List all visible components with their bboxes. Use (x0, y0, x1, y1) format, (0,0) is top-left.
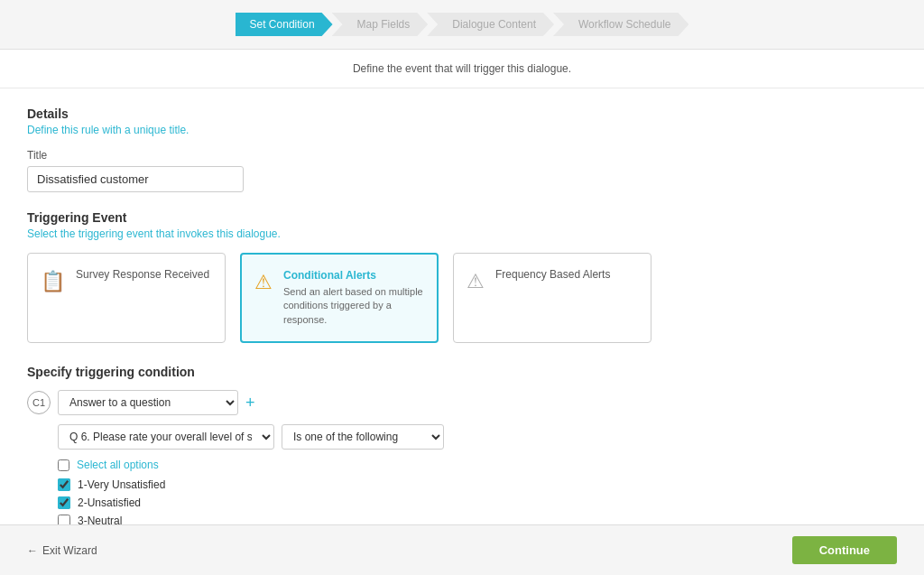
option-3-neutral[interactable]: 3-Neutral (58, 515, 897, 524)
details-section: Details Define this rule with a unique t… (27, 107, 897, 210)
option-2-unsatisfied[interactable]: 2-Unsatisfied (58, 496, 897, 509)
conditional-alerts-desc: Send an alert based on multiple conditio… (283, 285, 424, 327)
conditional-alerts-title: Conditional Alerts (283, 269, 424, 282)
wizard-step-set-condition[interactable]: Set Condition (236, 13, 333, 36)
wizard-step-map-fields[interactable]: Map Fields (333, 13, 429, 36)
card-frequency-label: Frequency Based Alerts (495, 268, 610, 281)
specify-condition-title: Specify triggering condition (27, 365, 897, 379)
condition-type-select[interactable]: Answer to a question (58, 390, 238, 415)
triggering-event-section: Triggering Event Select the triggering e… (27, 210, 897, 343)
triggering-event-title: Triggering Event (27, 210, 897, 225)
card-survey-label: Survey Response Received (76, 268, 209, 281)
details-section-title: Details (27, 107, 897, 121)
operator-select[interactable]: Is one of the following (282, 424, 444, 450)
select-all-checkbox[interactable] (58, 459, 69, 471)
exit-wizard-button[interactable]: ← Exit Wizard (27, 544, 97, 557)
event-cards-row: 📋 Survey Response Received ⚠ Conditional… (27, 253, 897, 343)
title-field-label: Title (27, 149, 897, 162)
sub-condition-row: Q 6. Please rate your overall level of s… (58, 424, 897, 450)
continue-button[interactable]: Continue (792, 536, 897, 564)
option-1-very-unsatisfied[interactable]: 1-Very Unsatisfied (58, 478, 897, 491)
details-section-subtitle: Define this rule with a unique title. (27, 124, 897, 136)
wizard-step-workflow-schedule[interactable]: Workflow Schedule (554, 13, 689, 36)
options-list: 1-Very Unsatisfied 2-Unsatisfied 3-Neutr… (58, 478, 897, 524)
condition-badge: C1 (27, 391, 51, 414)
select-all-label[interactable]: Select all options (77, 459, 159, 471)
title-input[interactable] (27, 166, 244, 192)
wizard-navigation: Set Condition Map Fields Dialogue Conten… (0, 0, 924, 50)
frequency-icon: ⚠ (467, 270, 485, 293)
subheader-text: Define the event that will trigger this … (0, 50, 924, 88)
option-2-checkbox[interactable] (58, 496, 70, 509)
option-1-checkbox[interactable] (58, 478, 70, 491)
survey-icon: 📋 (41, 270, 65, 293)
footer: ← Exit Wizard Continue (0, 524, 924, 575)
card-conditional-alerts[interactable]: ⚠ Conditional Alerts Send an alert based… (240, 253, 439, 343)
main-content: Details Define this rule with a unique t… (0, 88, 924, 524)
card-survey-response[interactable]: 📋 Survey Response Received (27, 253, 226, 343)
conditional-alerts-text: Conditional Alerts Send an alert based o… (283, 269, 424, 327)
add-condition-button[interactable]: + (245, 394, 255, 411)
specify-condition-section: Specify triggering condition C1 Answer t… (27, 365, 897, 524)
option-3-checkbox[interactable] (58, 515, 70, 524)
condition-main-row: C1 Answer to a question + (27, 390, 897, 415)
triggering-event-subtitle: Select the triggering event that invokes… (27, 227, 897, 240)
wizard-step-dialogue-content[interactable]: Dialogue Content (428, 13, 554, 36)
question-select[interactable]: Q 6. Please rate your overall level of s… (58, 424, 274, 450)
arrow-left-icon: ← (27, 544, 38, 557)
card-frequency-alerts[interactable]: ⚠ Frequency Based Alerts (453, 253, 651, 343)
conditional-alerts-icon: ⚠ (254, 271, 273, 294)
select-all-row: Select all options (58, 459, 897, 471)
